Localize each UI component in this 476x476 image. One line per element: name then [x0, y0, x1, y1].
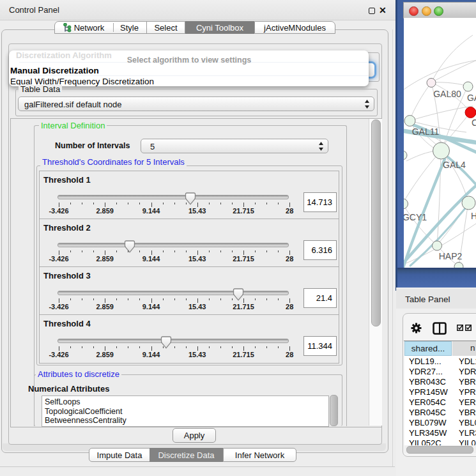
svg-text:GCY1: GCY1	[404, 212, 427, 222]
svg-text:GA: GA	[467, 93, 476, 103]
svg-text:GAL11: GAL11	[412, 127, 440, 137]
svg-text:GAL4: GAL4	[443, 160, 466, 170]
svg-text:HAP2: HAP2	[439, 251, 463, 261]
svg-text:C: C	[472, 118, 476, 128]
svg-text:GAL80: GAL80	[433, 89, 461, 99]
svg-text:H: H	[471, 211, 476, 221]
